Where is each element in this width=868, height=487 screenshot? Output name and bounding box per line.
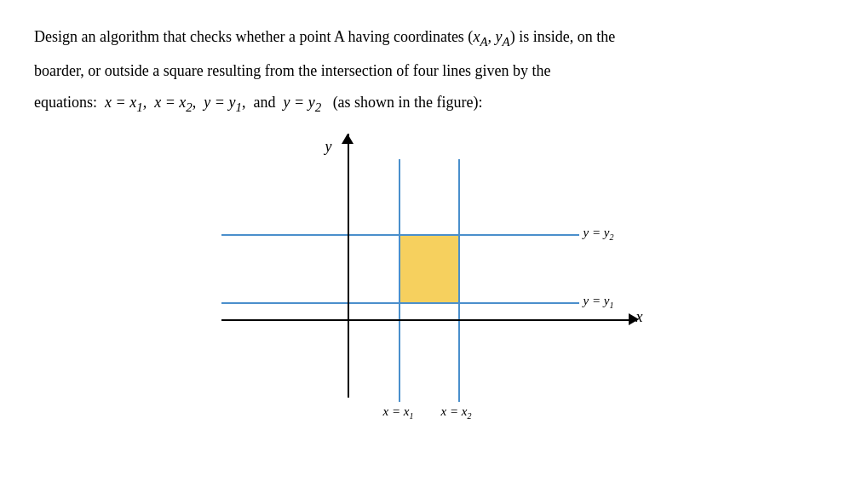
eq-x1: x = x1: [105, 94, 143, 111]
figure-caption: (as shown in the figure):: [333, 94, 483, 111]
xa-coord: xA, yA: [473, 28, 509, 45]
line-y2: [221, 234, 579, 236]
x1-label: x = x1: [383, 404, 414, 421]
paragraph-3: equations: x = x1, x = x2, y = y1, and y…: [34, 89, 834, 118]
y2-label: y = y2: [583, 226, 614, 242]
main-content: Design an algorithm that checks whether …: [0, 0, 868, 440]
eq-x2: x = x2: [154, 94, 193, 111]
line-x2: [458, 159, 460, 402]
graph-container: y x y = y2 y = y1 x = x1 x = x2: [221, 134, 647, 423]
line-y1: [221, 302, 579, 304]
x-axis-label: x: [636, 308, 643, 326]
problem-statement: Design an algorithm that checks whether …: [34, 24, 834, 118]
eq-y1: y = y1: [204, 94, 242, 111]
figure-area: y x y = y2 y = y1 x = x1 x = x2: [34, 134, 834, 423]
eq-y2: y = y2: [283, 94, 321, 111]
x-axis: [221, 319, 630, 321]
y1-label: y = y1: [583, 294, 614, 310]
y-axis: [348, 134, 349, 398]
y-axis-arrow: [342, 134, 354, 144]
line-x1: [399, 159, 400, 402]
paragraph-2: boarder, or outside a square resulting f…: [34, 58, 834, 84]
paragraph-1: Design an algorithm that checks whether …: [34, 24, 834, 53]
intersection-square: [400, 236, 458, 302]
y-axis-label: y: [325, 138, 332, 156]
x2-label: x = x2: [441, 404, 472, 421]
